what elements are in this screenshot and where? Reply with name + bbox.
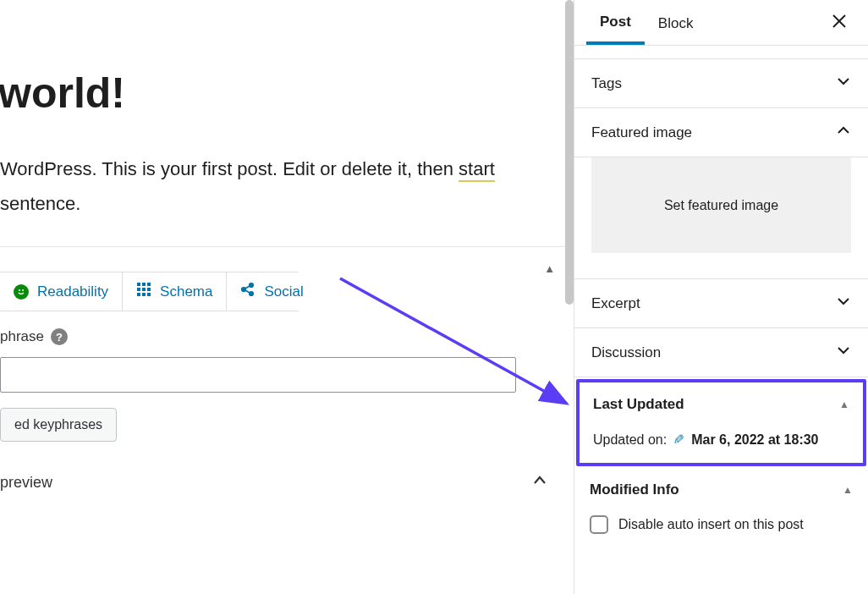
triangle-up-icon[interactable]: ▲ xyxy=(839,399,849,410)
featured-image-body: Set featured image xyxy=(574,157,868,279)
keyphrase-label-row: phrase ? xyxy=(0,328,574,345)
chevron-down-icon xyxy=(836,74,851,93)
preview-label[interactable]: preview xyxy=(0,474,52,492)
scrollbar[interactable] xyxy=(565,0,574,305)
tab-readability[interactable]: Readability xyxy=(0,272,123,311)
svg-rect-2 xyxy=(137,283,140,286)
svg-rect-7 xyxy=(147,288,151,291)
smile-icon xyxy=(14,284,29,300)
triangle-up-icon[interactable]: ▲ xyxy=(843,484,853,496)
updated-on-label: Updated on: xyxy=(593,432,667,448)
body-link-start[interactable]: start xyxy=(459,158,495,182)
help-icon[interactable]: ? xyxy=(51,328,68,345)
set-featured-image-button[interactable]: Set featured image xyxy=(591,157,851,253)
post-title[interactable]: world! xyxy=(0,68,574,118)
related-keyphrases-button[interactable]: ed keyphrases xyxy=(0,408,117,442)
modified-info-label: Modified Info xyxy=(590,481,679,498)
separator: ▲ xyxy=(0,246,574,272)
body-text-prefix: WordPress. This is your first post. Edit… xyxy=(0,158,459,179)
close-icon[interactable] xyxy=(822,8,856,38)
sidebar: Post Block Tags Featured image Set featu… xyxy=(574,0,868,594)
tab-social-label: Social xyxy=(264,283,303,300)
svg-line-15 xyxy=(245,290,250,293)
panel-discussion[interactable]: Discussion xyxy=(574,328,868,377)
keyphrase-input[interactable] xyxy=(0,357,516,393)
disable-auto-insert-row[interactable]: Disable auto insert on this post xyxy=(590,515,853,534)
panel-featured-image[interactable]: Featured image xyxy=(574,108,868,157)
grid-icon xyxy=(136,282,151,301)
svg-rect-4 xyxy=(147,283,151,286)
panel-last-updated: Last Updated ▲ Updated on: ✎ Mar 6, 2022… xyxy=(576,379,866,466)
chevron-up-icon[interactable] xyxy=(531,472,548,493)
panel-tags-label: Tags xyxy=(591,75,622,92)
panel-excerpt-label: Excerpt xyxy=(591,295,640,312)
disable-auto-label: Disable auto insert on this post xyxy=(618,517,804,532)
last-updated-label: Last Updated xyxy=(593,396,684,413)
panel-featured-label: Featured image xyxy=(591,124,692,141)
chevron-down-icon xyxy=(836,343,851,362)
svg-rect-3 xyxy=(142,283,146,286)
chevron-down-icon xyxy=(836,294,851,313)
svg-point-12 xyxy=(250,283,253,287)
tab-readability-label: Readability xyxy=(37,283,108,300)
tab-post[interactable]: Post xyxy=(586,0,645,45)
panel-modified-info: Modified Info ▲ Disable auto insert on t… xyxy=(574,468,868,547)
svg-rect-6 xyxy=(142,288,146,291)
svg-rect-5 xyxy=(137,288,140,291)
panel-discussion-label: Discussion xyxy=(591,344,661,361)
tab-schema-label: Schema xyxy=(160,283,212,300)
post-body[interactable]: WordPress. This is your first post. Edit… xyxy=(0,152,574,221)
updated-date[interactable]: Mar 6, 2022 at 18:30 xyxy=(691,432,818,448)
share-icon xyxy=(240,282,255,301)
collapse-caret-icon[interactable]: ▲ xyxy=(544,262,555,275)
svg-rect-9 xyxy=(142,293,146,296)
svg-point-13 xyxy=(250,292,253,295)
sidebar-tabs: Post Block xyxy=(574,0,868,46)
panel-tags[interactable]: Tags xyxy=(574,59,868,108)
svg-point-1 xyxy=(22,289,24,291)
tab-schema[interactable]: Schema xyxy=(123,272,227,311)
yoast-tabs: Readability Schema Social xyxy=(0,272,299,311)
keyphrase-label: phrase xyxy=(0,328,44,345)
svg-rect-8 xyxy=(137,293,140,296)
tab-social[interactable]: Social xyxy=(227,272,316,311)
spacer xyxy=(574,46,868,59)
panel-excerpt[interactable]: Excerpt xyxy=(574,279,868,328)
svg-rect-10 xyxy=(147,293,151,296)
tab-block[interactable]: Block xyxy=(645,2,707,44)
checkbox[interactable] xyxy=(590,515,608,534)
body-text-suffix: sentence. xyxy=(0,193,80,214)
svg-line-14 xyxy=(245,286,250,289)
svg-point-0 xyxy=(19,289,20,291)
chevron-up-icon xyxy=(836,123,851,142)
pencil-icon[interactable]: ✎ xyxy=(673,432,684,448)
